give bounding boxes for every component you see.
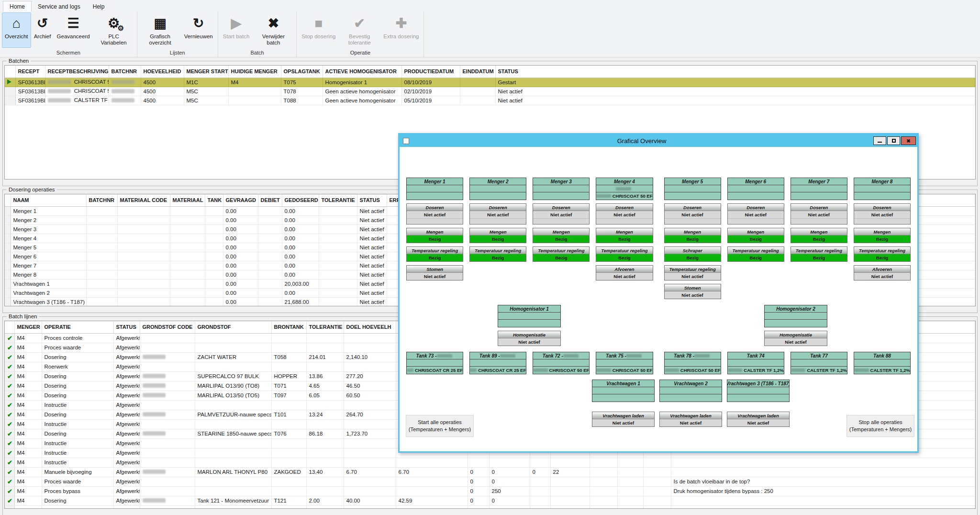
cell: CHRISCOAT 50 EF	[45, 87, 109, 96]
cell: SF03613BE	[15, 78, 45, 87]
stop-dosering-button[interactable]: ■Stop dosering	[299, 12, 338, 48]
cell	[489, 458, 530, 467]
table-row[interactable]: ✔M4Proces bypassAfgewerkt0250Druk homoge…	[5, 486, 975, 496]
stop-icon: ■	[314, 13, 323, 34]
start-batch-button[interactable]: ▶Start batch	[220, 12, 253, 48]
geavanceerd-button[interactable]: ☰Geavanceerd	[54, 12, 93, 48]
window-titlebar[interactable]: Grafical Overview ✖	[400, 134, 917, 147]
close-button[interactable]: ✖	[901, 136, 916, 145]
redacted-text	[616, 187, 631, 190]
cell	[271, 505, 306, 509]
table-row[interactable]: ✔M4Proces bypassAfgewerkt0250Druk homoge…	[5, 505, 975, 509]
table-row[interactable]: SF03613BE CHRISCOAT 50 EF4500M5CT078Geen…	[5, 87, 975, 96]
panel-title: Tank 73 -	[407, 352, 463, 359]
tab-home[interactable]: Home	[3, 1, 32, 12]
cell: Afgewerkt	[113, 505, 140, 509]
cell	[258, 252, 282, 261]
cell: HOPPER	[271, 371, 306, 381]
vernieuwen-button[interactable]: ↻Vernieuwen	[181, 12, 216, 48]
panel-title: Menger 1	[407, 178, 463, 185]
operation-status: Niet actief	[854, 273, 910, 280]
cell	[671, 458, 975, 467]
bevestig-tolerantie-button[interactable]: ✔Bevestig tolerantie	[338, 12, 380, 48]
cell: 42.59	[396, 496, 468, 505]
table-row[interactable]: ✔M4Manuele bijvoegingAfgewerktMARLON ARL…	[5, 467, 975, 477]
plc-variabelen-button[interactable]: ⚙⚙PLC Variabelen	[93, 12, 135, 48]
cell: 0.00	[282, 243, 319, 252]
grafisch-overzicht-button[interactable]: ▦Grafisch overzicht	[139, 12, 181, 48]
overzicht-button[interactable]: ⌂Overzicht	[2, 12, 31, 48]
completed-check-icon: ✔	[7, 344, 12, 351]
panel-title: Tank 74	[728, 352, 784, 359]
mengen-status-box: MengenBezig	[727, 228, 784, 243]
stop-all-operations-button[interactable]: Stop alle operaties (Temperaturen + Meng…	[846, 415, 914, 437]
cell	[590, 477, 617, 486]
cell	[205, 252, 223, 261]
cell	[306, 362, 344, 371]
tab-service-and-logs[interactable]: Service and logs	[32, 1, 87, 11]
completed-check-icon: ✔	[7, 497, 12, 504]
tank-column: Tank 75 - CHRISCOAT 50 EF	[596, 352, 653, 374]
cell	[86, 288, 117, 297]
table-row[interactable]: SF03613BE CHRISCOAT 50 EF4500M1CM4T075Ho…	[5, 78, 975, 87]
column-header: DOEL HOEVEELH	[344, 321, 396, 333]
minimize-button[interactable]	[873, 136, 886, 145]
cell	[550, 477, 590, 486]
stomen-status-box: StomenNiet actief	[406, 265, 463, 280]
cell	[590, 505, 617, 509]
cell: 250	[489, 505, 530, 509]
window-icon	[403, 138, 409, 144]
cell: M4	[14, 371, 42, 381]
cell: 0.00	[223, 252, 258, 261]
cell	[109, 87, 141, 96]
maximize-button[interactable]	[887, 136, 900, 145]
cell: Manuele bijvoeging	[42, 467, 113, 477]
vrachtwagen-panel: Vrachtwagen 2	[659, 380, 722, 402]
table-row[interactable]: ✔M4DoseringAfgewerktTank 121 - Monomeerv…	[5, 496, 975, 505]
operation-label: Vrachtwagen laden	[592, 412, 654, 419]
cell: 0.00	[223, 206, 258, 215]
table-row[interactable]: ✔M4InstructieAfgewerkt	[5, 458, 975, 467]
cell: 13.24	[306, 410, 344, 419]
cell	[109, 96, 141, 105]
cell: Niet actief	[357, 270, 387, 279]
redacted-text	[665, 369, 679, 372]
cell: Vrachtwagen 2	[11, 288, 86, 297]
homogenisator-2-panel: Homogenisator 2HomogenisatieNiet actief	[764, 305, 827, 346]
cell: STEARINE 1850-nauwe specs	[195, 429, 271, 438]
cell: 4.65	[306, 381, 344, 391]
operation-status: Bezig	[470, 235, 526, 243]
completed-check-icon: ✔	[7, 382, 12, 390]
start-all-operations-button[interactable]: Start alle operaties (Temperaturen + Men…	[406, 415, 474, 437]
operation-status: Bezig	[854, 254, 910, 261]
operation-label: Stomen	[407, 266, 463, 273]
cell: Afgewerkt	[113, 458, 140, 467]
temperatuur-regeling-status-box: Temperatuur regelingBezig	[854, 246, 911, 262]
archief-button[interactable]: ↺Archief	[31, 12, 54, 48]
tab-help[interactable]: Help	[87, 1, 111, 11]
panel-line	[660, 387, 722, 394]
cell	[306, 343, 344, 352]
cell	[205, 288, 223, 297]
verwijder-batch-button[interactable]: ✖Verwijder batch	[252, 12, 294, 48]
ribbon-button-label: PLC Variabelen	[96, 34, 132, 46]
cell	[109, 78, 141, 87]
cell	[258, 297, 282, 306]
cell	[205, 270, 223, 279]
ribbon-group-lijsten: ▦Grafisch overzicht↻VernieuwenLijsten	[137, 11, 218, 57]
operation-extra-row	[791, 218, 847, 224]
cell	[319, 261, 357, 270]
cell	[671, 496, 975, 505]
cell	[140, 371, 195, 381]
play-icon: ▶	[231, 13, 242, 34]
cell	[396, 486, 468, 496]
table-row[interactable]: SF03619BE CALSTER TF 1,6%4500M5CT088Geen…	[5, 96, 975, 105]
operation-label: Temperatuur regeling	[791, 247, 847, 254]
panel-line	[765, 313, 827, 320]
cell	[271, 333, 306, 343]
ribbon-button-label: Extra dosering	[383, 34, 419, 40]
extra-dosering-button[interactable]: ✚Extra dosering	[380, 12, 422, 48]
redacted-text	[143, 498, 166, 503]
cell: 0.00	[282, 252, 319, 261]
table-row[interactable]: ✔M4Proces waardeAfgewerkt00Is de batch v…	[5, 477, 975, 486]
